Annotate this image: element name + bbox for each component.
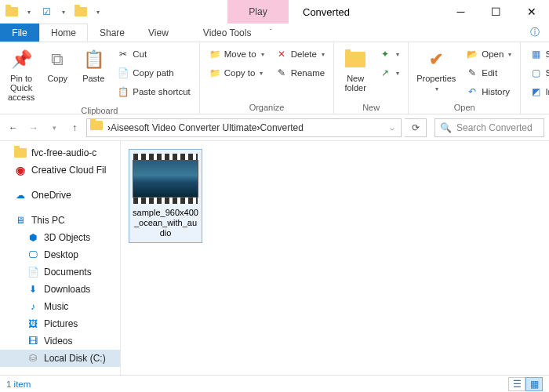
scissors-icon: ✂ [117, 48, 129, 60]
address-bar: ← → ▾ ↑ › Aiseesoft Video Converter Ulti… [0, 114, 549, 141]
edit-button[interactable]: ✎Edit [464, 64, 514, 82]
edit-label: Edit [482, 68, 497, 78]
tab-file[interactable]: File [0, 24, 39, 42]
file-item[interactable]: sample_960x400_ocean_with_audio [129, 149, 202, 243]
qat-dropdown-icon[interactable]: ▾ [56, 5, 71, 19]
paste-shortcut-button[interactable]: 📋Paste shortcut [115, 83, 193, 100]
breadcrumb-parent[interactable]: Aiseesoft Video Converter Ultimate [111, 122, 257, 133]
copy-to-button[interactable]: 📁Copy to▾ [206, 64, 267, 82]
nav-item-pc[interactable]: 🖥This PC [0, 212, 120, 229]
group-select: ▦Select all ▢Select none ◩Invert selecti… [521, 42, 549, 114]
nav-item-onedrive[interactable]: ☁OneDrive [0, 187, 120, 204]
copy-icon: ⧉ [45, 47, 70, 72]
qat-dropdown-icon[interactable]: ▾ [22, 5, 36, 19]
nav-item-label: Creative Cloud Fil [31, 165, 106, 176]
chevron-down-icon: ▾ [322, 51, 325, 58]
nav-item-folder[interactable]: fvc-free-audio-c [0, 144, 120, 162]
recent-locations-button[interactable]: ▾ [45, 119, 63, 136]
select-none-label: Select none [545, 68, 549, 78]
rename-button[interactable]: ✎Rename [273, 64, 327, 82]
breadcrumb[interactable]: › Aiseesoft Video Converter Ultimate › C… [86, 118, 402, 137]
minimize-button[interactable]: ─ [443, 0, 478, 24]
nav-item-3d[interactable]: ⬢3D Objects [0, 229, 120, 246]
cut-button[interactable]: ✂Cut [115, 45, 193, 63]
pin-to-quick-access-button[interactable]: 📌 Pin to Quick access [3, 44, 39, 105]
back-button[interactable]: ← [5, 119, 22, 136]
open-button[interactable]: 📂Open▾ [464, 45, 514, 63]
delete-button[interactable]: ✕Delete▾ [273, 45, 327, 63]
nav-item-cc[interactable]: ◉Creative Cloud Fil [0, 162, 120, 179]
qat-customize-icon[interactable]: ▾ [91, 5, 105, 19]
group-organize: 📁Move to▾ 📁Copy to▾ ✕Delete▾ ✎Rename Org… [200, 42, 334, 114]
copy-button[interactable]: ⧉ Copy [39, 44, 75, 86]
folder-icon[interactable] [74, 5, 88, 19]
desktop-icon: 🖵 [27, 249, 39, 261]
maximize-button[interactable]: ☐ [478, 0, 514, 24]
move-to-button[interactable]: 📁Move to▾ [206, 45, 267, 63]
checkbox-icon[interactable]: ☑ [39, 5, 53, 19]
paste-label: Paste [82, 74, 104, 83]
downloads-icon: ⬇ [27, 283, 39, 296]
cut-label: Cut [133, 49, 147, 59]
clipboard-icon: 📋 [81, 47, 106, 72]
docs-icon: 📄 [27, 266, 39, 278]
nav-item-label: fvc-free-audio-c [31, 147, 96, 158]
new-folder-button[interactable]: New folder [337, 44, 373, 96]
nav-item-music[interactable]: ♪Music [0, 298, 120, 315]
new-item-button[interactable]: ✦▾ [376, 45, 402, 63]
select-all-button[interactable]: ▦Select all [527, 45, 549, 63]
properties-button[interactable]: ✔ Properties ▾ [412, 44, 460, 96]
up-button[interactable]: ↑ [66, 119, 83, 136]
details-view-button[interactable]: ☰ [508, 377, 525, 391]
invert-label: Invert selection [545, 87, 549, 96]
tab-view[interactable]: View [136, 24, 180, 42]
close-button[interactable]: ✕ [514, 0, 549, 24]
title-bar: ▾ ☑ ▾ ▾ Play Converted ─ ☐ ✕ [0, 0, 549, 24]
forward-button[interactable]: → [25, 119, 42, 136]
copy-path-button[interactable]: 📄Copy path [115, 64, 193, 82]
nav-item-videos[interactable]: 🎞Videos [0, 332, 120, 350]
invert-selection-button[interactable]: ◩Invert selection [527, 83, 549, 100]
nav-item-downloads[interactable]: ⬇Downloads [0, 281, 120, 298]
select-none-button[interactable]: ▢Select none [527, 64, 549, 82]
thumbnails-view-button[interactable]: ▦ [525, 377, 543, 391]
tab-home[interactable]: Home [39, 24, 88, 42]
group-clipboard: 📌 Pin to Quick access ⧉ Copy 📋 Paste ✂Cu… [0, 42, 200, 114]
file-name: sample_960x400_ocean_with_audio [133, 208, 198, 239]
onedrive-icon: ☁ [14, 189, 27, 201]
group-label-organize: Organize [203, 102, 330, 114]
file-list[interactable]: sample_960x400_ocean_with_audio [121, 141, 549, 376]
address-dropdown-icon[interactable]: ⌵ [387, 123, 398, 132]
tab-video-tools[interactable]: Video Tools [191, 24, 264, 42]
nav-item-desktop[interactable]: 🖵Desktop [0, 246, 120, 263]
path-icon: 📄 [117, 67, 129, 79]
history-button[interactable]: ↶History [464, 83, 514, 100]
paste-button[interactable]: 📋 Paste [75, 44, 111, 86]
tab-share[interactable]: Share [88, 24, 136, 42]
refresh-button[interactable]: ⟳ [405, 118, 427, 137]
search-input[interactable]: 🔍 Search Converted [434, 118, 544, 137]
folder-icon[interactable] [5, 5, 19, 19]
shortcut-icon: 📋 [117, 85, 129, 98]
breadcrumb-current[interactable]: Converted [260, 122, 304, 133]
rename-label: Rename [291, 68, 325, 78]
easy-access-button[interactable]: ↗▾ [376, 64, 402, 82]
pictures-icon: 🖼 [27, 318, 39, 330]
contextual-tab-header: Play [227, 0, 289, 24]
ribbon: 📌 Pin to Quick access ⧉ Copy 📋 Paste ✂Cu… [0, 42, 549, 114]
nav-item-disk[interactable]: ⛁Local Disk (C:) [0, 350, 120, 367]
properties-icon: ✔ [424, 47, 449, 72]
delete-label: Delete [291, 49, 317, 59]
select-none-icon: ▢ [529, 67, 542, 79]
navigation-pane: fvc-free-audio-c◉Creative Cloud Fil☁OneD… [0, 141, 121, 376]
copy-path-label: Copy path [133, 68, 173, 78]
group-label-open: Open [412, 102, 517, 114]
item-count: 1 item [6, 379, 31, 389]
collapse-ribbon-icon[interactable]: ˇ [263, 24, 278, 42]
nav-item-pictures[interactable]: 🖼Pictures [0, 315, 120, 332]
pc-icon: 🖥 [14, 214, 27, 227]
ribbon-tabs: File Home Share View Video Tools ˇ ⓘ [0, 24, 549, 42]
copy-to-label: Copy to [224, 68, 256, 78]
help-icon[interactable]: ⓘ [521, 24, 549, 42]
nav-item-docs[interactable]: 📄Documents [0, 263, 120, 281]
